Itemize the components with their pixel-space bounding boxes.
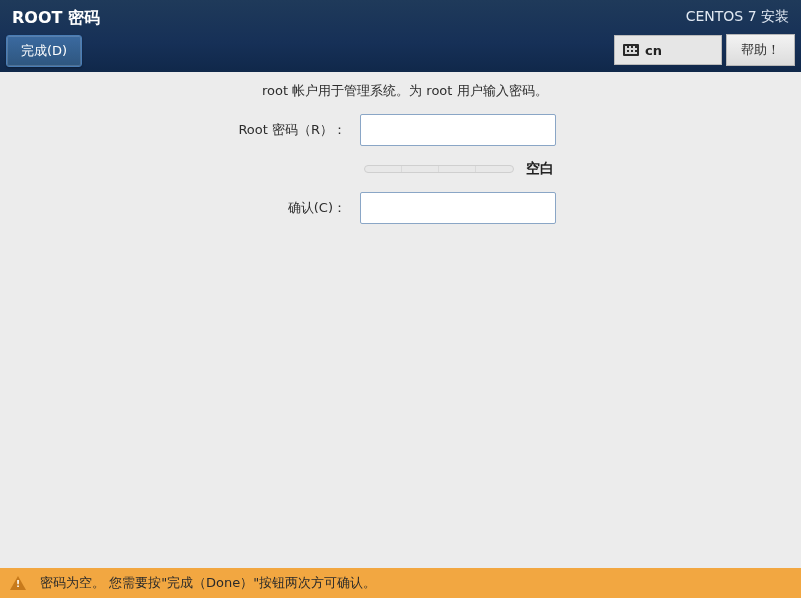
warning-icon [10, 576, 26, 590]
confirm-password-input[interactable] [360, 192, 556, 224]
page-title: ROOT 密码 [6, 6, 106, 31]
help-button[interactable]: 帮助！ [726, 34, 795, 66]
warning-text: 密码为空。 您需要按"完成（Done）"按钮两次方可确认。 [40, 574, 376, 592]
keyboard-layout-label: cn [645, 43, 662, 58]
header-right-row: cn 帮助！ [614, 34, 795, 66]
root-password-input[interactable] [360, 114, 556, 146]
keyboard-icon [623, 44, 639, 56]
password-strength-label: 空白 [526, 160, 554, 178]
keyboard-layout-selector[interactable]: cn [614, 35, 722, 65]
root-password-row: Root 密码（R）： [0, 114, 801, 146]
password-strength-row: 空白 [364, 160, 801, 178]
confirm-password-row: 确认(C)： [0, 192, 801, 224]
header-left: ROOT 密码 完成(D) [6, 6, 106, 72]
installer-title: CENTOS 7 安装 [680, 6, 795, 28]
body-area: root 帐户用于管理系统。为 root 用户输入密码。 Root 密码（R）：… [0, 72, 801, 568]
password-strength-meter [364, 165, 514, 173]
done-button[interactable]: 完成(D) [6, 35, 82, 67]
warning-bar: 密码为空。 您需要按"完成（Done）"按钮两次方可确认。 [0, 568, 801, 598]
instruction-text: root 帐户用于管理系统。为 root 用户输入密码。 [262, 82, 801, 100]
header-right: CENTOS 7 安装 cn 帮助！ [614, 6, 795, 72]
installer-header: ROOT 密码 完成(D) CENTOS 7 安装 cn 帮助！ [0, 0, 801, 72]
confirm-password-label: 确认(C)： [0, 199, 350, 217]
root-password-label: Root 密码（R）： [0, 121, 350, 139]
